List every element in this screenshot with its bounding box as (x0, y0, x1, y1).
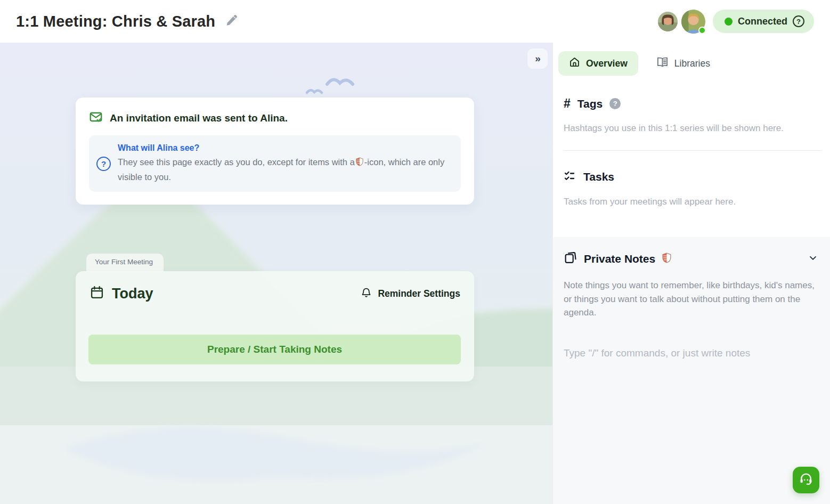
reminder-settings-button[interactable]: Reminder Settings (361, 287, 460, 300)
headset-icon (799, 472, 813, 489)
reminder-settings-label: Reminder Settings (378, 288, 460, 299)
prepare-start-notes-button[interactable]: Prepare / Start Taking Notes (88, 335, 461, 364)
connection-status-badge[interactable]: Connected ? (713, 10, 814, 33)
sidebar: Overview Libraries # Tags (552, 43, 830, 504)
status-dot-icon (725, 18, 733, 26)
chevron-down-icon (808, 253, 818, 265)
app-header: 1:1 Meeting: Chris & Sarah (0, 0, 830, 43)
edit-title-button[interactable] (225, 13, 239, 29)
private-shield-icon (662, 253, 671, 265)
private-notes-editor[interactable]: Type "/" for commands, or just write not… (564, 347, 818, 411)
support-button[interactable] (793, 467, 819, 493)
tasks-title: Tasks (583, 170, 614, 183)
tags-section: # Tags ? Hashtags you use in this 1:1 se… (553, 76, 830, 134)
invitation-info-box: ? What will Alina see? They see this pag… (89, 135, 461, 192)
email-sent-icon (89, 110, 103, 126)
invitation-card: An invitation email was sent to Alina. ?… (76, 97, 474, 205)
question-circle-icon: ? (96, 157, 111, 171)
participant-avatars (658, 10, 705, 34)
invitation-title: An invitation email was sent to Alina. (110, 112, 288, 124)
meeting-canvas: » An invitation email was sent to Alina.… (0, 43, 552, 504)
tags-title: Tags (577, 97, 603, 110)
tasks-empty-text: Tasks from your meetings will appear her… (564, 197, 821, 207)
collapse-notes-button[interactable] (808, 253, 818, 265)
connection-status-label: Connected (738, 16, 787, 27)
what-will-alina-see-link[interactable]: What will Alina see? (118, 143, 447, 153)
page-title: 1:1 Meeting: Chris & Sarah (16, 13, 215, 30)
tab-overview[interactable]: Overview (558, 51, 638, 76)
private-shield-icon (356, 157, 363, 170)
tab-libraries[interactable]: Libraries (646, 51, 721, 76)
presence-dot (698, 27, 706, 34)
today-meeting-card: Today Reminder Settings Prepare / Start … (76, 271, 474, 381)
checklist-icon (564, 169, 576, 184)
avatar-participant-2[interactable] (681, 10, 705, 34)
tab-libraries-label: Libraries (674, 58, 710, 69)
calendar-icon (89, 285, 104, 302)
private-notes-section: Private Notes Note things you want to re… (553, 237, 830, 504)
tasks-section: Tasks Tasks from your meetings will appe… (553, 151, 830, 207)
sidebar-tabs: Overview Libraries (553, 43, 830, 76)
header-right: Connected ? (658, 10, 814, 34)
pencil-icon (225, 13, 239, 29)
connection-help-icon[interactable]: ? (793, 15, 804, 27)
book-icon (656, 56, 669, 71)
first-meeting-tab[interactable]: Your First Meeting (86, 254, 164, 272)
private-notes-description: Note things you want to remember, like b… (564, 279, 818, 320)
bell-icon (361, 287, 372, 300)
meeting-date-label: Today (112, 286, 153, 302)
notes-copy-icon (564, 251, 577, 266)
tab-overview-label: Overview (586, 58, 628, 69)
tags-empty-text: Hashtags you use in this 1:1 series will… (564, 123, 821, 134)
invitation-info-body: They see this page exactly as you do, ex… (118, 156, 447, 184)
private-notes-title: Private Notes (584, 253, 655, 265)
main-layout: » An invitation email was sent to Alina.… (0, 43, 830, 504)
hashtag-icon: # (564, 96, 571, 111)
tags-help-icon[interactable]: ? (609, 98, 621, 109)
home-icon (569, 56, 580, 70)
collapse-sidebar-button[interactable]: » (527, 48, 548, 69)
avatar-participant-1[interactable] (658, 12, 678, 31)
